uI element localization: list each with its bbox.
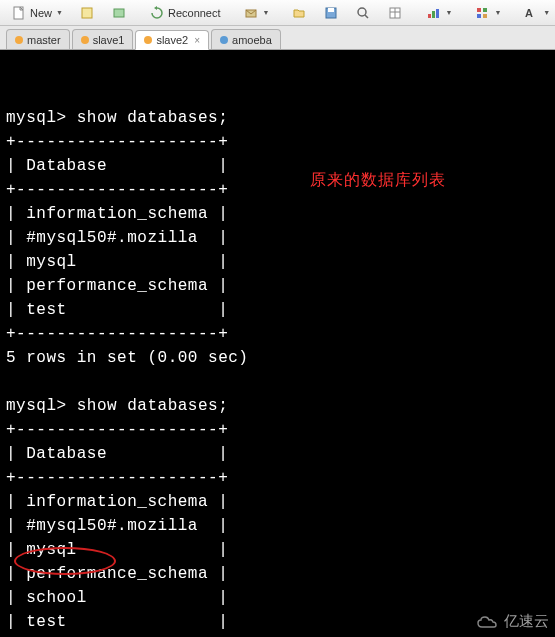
table-border: +--------------------+ <box>6 133 228 151</box>
command: show databases; <box>77 397 229 415</box>
table-row: | mysql | <box>6 253 228 271</box>
chevron-down-icon: ▼ <box>445 9 452 16</box>
tab-label: amoeba <box>232 34 272 46</box>
folder-icon <box>291 5 307 21</box>
table-icon <box>387 5 403 21</box>
svg-rect-11 <box>428 14 431 18</box>
svg-rect-1 <box>82 8 92 18</box>
tab-amoeba[interactable]: amoeba <box>211 29 281 49</box>
status-dot-icon <box>144 36 152 44</box>
tab-bar: master slave1 slave2 × amoeba <box>0 26 555 50</box>
prompt: mysql> <box>6 397 67 415</box>
toolbar-icon-btn-8[interactable]: ▼ <box>418 2 459 24</box>
table-row: | #mysql50#.mozilla | <box>6 517 228 535</box>
reconnect-icon <box>149 5 165 21</box>
chevron-down-icon: ▼ <box>56 9 63 16</box>
apps-icon <box>474 5 490 21</box>
toolbar-icon-btn-5[interactable] <box>316 2 346 24</box>
search-icon <box>355 5 371 21</box>
table-row: | performance_schema | <box>6 277 228 295</box>
save-icon <box>323 5 339 21</box>
table-row: | school | <box>6 589 228 607</box>
tab-slave2[interactable]: slave2 × <box>135 30 209 50</box>
table-border: +--------------------+ <box>6 325 228 343</box>
chevron-down-icon: ▼ <box>543 9 550 16</box>
toolbar: New ▼ Reconnect ▼ <box>0 0 555 26</box>
tab-master[interactable]: master <box>6 29 70 49</box>
status-dot-icon <box>81 36 89 44</box>
command: show databases; <box>77 109 229 127</box>
server-icon <box>111 5 127 21</box>
result-line: 5 rows in set (0.00 sec) <box>6 349 248 367</box>
close-icon[interactable]: × <box>194 35 200 46</box>
svg-rect-13 <box>436 9 439 18</box>
table-row: | information_schema | <box>6 493 228 511</box>
table-row: | mysql | <box>6 541 228 559</box>
new-icon <box>11 5 27 21</box>
prompt: mysql> <box>6 109 67 127</box>
toolbar-icon-btn-10[interactable]: A ▼ <box>516 2 555 24</box>
table-border: +--------------------+ <box>6 469 228 487</box>
terminal-output[interactable]: mysql> show databases; +----------------… <box>0 50 555 637</box>
chart-icon <box>425 5 441 21</box>
svg-rect-15 <box>483 8 487 12</box>
document-icon <box>79 5 95 21</box>
cloud-icon <box>476 614 500 630</box>
status-dot-icon <box>15 36 23 44</box>
svg-rect-14 <box>477 8 481 12</box>
svg-rect-17 <box>483 14 487 18</box>
annotation-original-list: 原来的数据库列表 <box>310 168 446 192</box>
table-row: | test | <box>6 301 228 319</box>
chevron-down-icon: ▼ <box>263 9 270 16</box>
toolbar-icon-btn-4[interactable] <box>284 2 314 24</box>
svg-rect-12 <box>432 11 435 18</box>
status-dot-icon <box>220 36 228 44</box>
svg-text:A: A <box>525 7 533 19</box>
tab-label: slave1 <box>93 34 125 46</box>
watermark-text: 亿速云 <box>504 612 549 631</box>
tab-slave1[interactable]: slave1 <box>72 29 134 49</box>
chevron-down-icon: ▼ <box>494 9 501 16</box>
watermark: 亿速云 <box>476 612 549 631</box>
table-header: | Database | <box>6 157 228 175</box>
send-icon <box>243 5 259 21</box>
table-row: | performance_schema | <box>6 565 228 583</box>
reconnect-button[interactable]: Reconnect <box>142 2 228 24</box>
table-row: | information_schema | <box>6 205 228 223</box>
toolbar-icon-btn-7[interactable] <box>380 2 410 24</box>
svg-rect-5 <box>328 8 334 12</box>
svg-point-6 <box>358 8 366 16</box>
font-icon: A <box>523 5 539 21</box>
toolbar-icon-btn-1[interactable] <box>72 2 102 24</box>
table-header: | Database | <box>6 445 228 463</box>
svg-line-7 <box>365 15 368 18</box>
table-border: +--------------------+ <box>6 421 228 439</box>
toolbar-icon-btn-3[interactable]: ▼ <box>236 2 277 24</box>
table-border: +--------------------+ <box>6 181 228 199</box>
new-label: New <box>30 7 52 19</box>
tab-label: master <box>27 34 61 46</box>
toolbar-icon-btn-2[interactable] <box>104 2 134 24</box>
svg-rect-2 <box>114 9 124 17</box>
tab-label: slave2 <box>156 34 188 46</box>
reconnect-label: Reconnect <box>168 7 221 19</box>
svg-rect-16 <box>477 14 481 18</box>
table-row: | #mysql50#.mozilla | <box>6 229 228 247</box>
table-row: | test | <box>6 613 228 631</box>
toolbar-icon-btn-9[interactable]: ▼ <box>467 2 508 24</box>
toolbar-icon-btn-6[interactable] <box>348 2 378 24</box>
new-button[interactable]: New ▼ <box>4 2 70 24</box>
